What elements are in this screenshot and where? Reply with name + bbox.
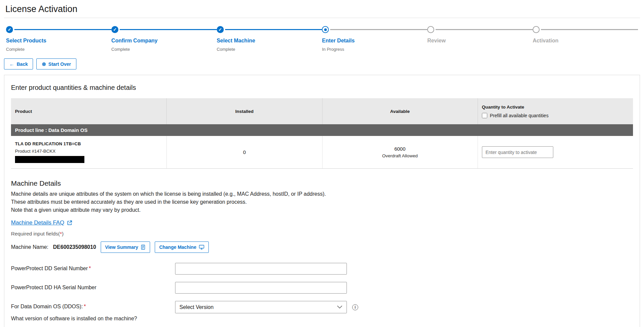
view-summary-button[interactable]: View Summary xyxy=(101,241,150,253)
ddos-version-selected-value: Select Version xyxy=(179,304,213,310)
step-select-products[interactable]: ✓ Select Products Complete xyxy=(6,26,111,52)
form-row-dd-ha-serial: PowerProtect DD HA Serial Number xyxy=(11,282,633,294)
stepper-line xyxy=(541,29,638,30)
step-status xyxy=(427,47,533,52)
product-number: Product #147-BCKX xyxy=(15,149,162,154)
quantity-header-label: Quantity to Activate xyxy=(482,105,629,110)
step-status: Complete xyxy=(111,47,217,52)
info-wrap: i xyxy=(352,301,358,313)
info-icon[interactable]: i xyxy=(352,304,358,310)
step-status: Complete xyxy=(217,47,322,52)
change-machine-button[interactable]: Change Machine xyxy=(155,241,208,253)
field-label-col: PowerProtect DD HA Serial Number xyxy=(11,282,175,291)
step-marker xyxy=(533,26,638,33)
check-icon: ✓ xyxy=(8,27,11,32)
machine-monitor-icon xyxy=(199,244,204,250)
step-marker: ✓ xyxy=(6,26,111,33)
external-link-icon xyxy=(67,220,72,226)
step-upcoming-icon xyxy=(427,26,434,33)
step-select-machine[interactable]: ✓ Select Machine Complete xyxy=(217,26,322,52)
step-marker: ✓ xyxy=(217,26,322,33)
check-icon: ✓ xyxy=(113,27,117,32)
col-header-product: Product xyxy=(11,98,166,124)
machine-name-label: Machine Name: xyxy=(11,244,48,250)
document-icon xyxy=(140,244,146,250)
dd-ha-serial-input[interactable] xyxy=(175,282,347,294)
prefill-label: Prefill all available quantities xyxy=(490,113,549,118)
installed-value: 0 xyxy=(166,136,322,168)
stepper-line xyxy=(14,29,111,30)
step-upcoming-icon xyxy=(533,26,540,33)
ddos-version-select[interactable]: Select Version xyxy=(175,301,347,313)
step-current-icon xyxy=(322,26,329,33)
machine-details-description: Machine details are unique attributes of… xyxy=(11,190,633,214)
quantity-cell xyxy=(478,136,633,168)
enter-details-panel: Enter product quantities & machine detai… xyxy=(4,75,640,327)
required-asterisk: * xyxy=(89,266,91,271)
step-label: Select Products xyxy=(6,38,111,44)
page-title: License Activation xyxy=(5,4,639,14)
available-cell: 6000 Overdraft Allowed xyxy=(322,136,478,168)
view-summary-label: View Summary xyxy=(105,245,138,250)
product-cell: TLA DD REPLICATION 1TB=CB Product #147-B… xyxy=(11,136,166,168)
license-activation-page: License Activation ✓ Select Products Com… xyxy=(0,0,644,327)
available-value: 6000 xyxy=(394,146,405,152)
field-label-col: For Data Domain OS (DDOS):* What version… xyxy=(11,301,175,322)
section-title: Enter product quantities & machine detai… xyxy=(11,84,633,92)
ddos-version-hint: What version of software is installed on… xyxy=(11,316,175,322)
form-row-ddos-version: For Data Domain OS (DDOS):* What version… xyxy=(11,301,633,322)
machine-details-line: Note that a given unique attribute may v… xyxy=(11,206,633,214)
title-bar: License Activation xyxy=(4,0,640,18)
back-button[interactable]: ← Back xyxy=(4,58,33,69)
step-label: Select Machine xyxy=(217,38,322,44)
step-status xyxy=(533,47,638,52)
product-table: Product Installed Available Quantity to … xyxy=(11,98,633,169)
machine-details-faq-link[interactable]: Machine Details FAQ xyxy=(11,219,72,226)
step-complete-icon: ✓ xyxy=(111,26,118,33)
stepper-line xyxy=(120,29,217,30)
step-complete-icon: ✓ xyxy=(217,26,224,33)
machine-name-row: Machine Name: DE600235098010 View Summar… xyxy=(11,241,633,253)
product-row: TLA DD REPLICATION 1TB=CB Product #147-B… xyxy=(11,136,633,169)
change-machine-label: Change Machine xyxy=(159,245,196,250)
step-confirm-company[interactable]: ✓ Confirm Company Complete xyxy=(111,26,217,52)
step-label: Enter Details xyxy=(322,38,427,44)
start-over-button-label: Start Over xyxy=(48,62,71,66)
col-header-available: Available xyxy=(322,98,478,124)
step-status: In Progress xyxy=(322,47,427,52)
quantity-input[interactable] xyxy=(482,146,553,158)
current-step-dot xyxy=(324,28,327,31)
step-marker xyxy=(322,26,427,33)
stepper-line xyxy=(225,29,322,30)
prefill-checkbox[interactable] xyxy=(482,113,487,118)
prefill-option[interactable]: Prefill all available quantities xyxy=(482,113,629,118)
overdraft-note: Overdraft Allowed xyxy=(382,153,418,158)
machine-details-form: PowerProtect DD Serial Number* PowerProt… xyxy=(11,263,633,327)
step-review[interactable]: Review xyxy=(427,26,533,52)
machine-details-title: Machine Details xyxy=(11,179,633,187)
step-activation[interactable]: Activation xyxy=(533,26,638,52)
dd-serial-input[interactable] xyxy=(175,263,347,275)
machine-name-value: DE600235098010 xyxy=(53,244,96,250)
product-name: TLA DD REPLICATION 1TB=CB xyxy=(15,141,162,146)
step-marker xyxy=(427,26,533,33)
dd-ha-serial-label: PowerProtect DD HA Serial Number xyxy=(11,285,96,290)
field-label-col: PowerProtect DD Serial Number* xyxy=(11,263,175,272)
product-line-row: Product line : Data Domain OS xyxy=(11,124,633,136)
step-label: Review xyxy=(427,38,533,44)
faq-link-label: Machine Details FAQ xyxy=(11,219,64,226)
stepper: ✓ Select Products Complete ✓ Confirm Com… xyxy=(4,26,640,52)
step-complete-icon: ✓ xyxy=(6,26,13,33)
required-note-close: ) xyxy=(62,231,64,236)
required-fields-note: Required input fields(*) xyxy=(11,231,633,237)
start-over-button[interactable]: ⊗ Start Over xyxy=(36,58,76,69)
required-note-text: Required input fields( xyxy=(11,231,60,236)
step-enter-details[interactable]: Enter Details In Progress xyxy=(322,26,427,52)
start-over-icon: ⊗ xyxy=(42,61,46,66)
dd-serial-label: PowerProtect DD Serial Number xyxy=(11,266,88,271)
chevron-down-icon xyxy=(337,305,343,309)
col-header-quantity: Quantity to Activate Prefill all availab… xyxy=(478,98,633,124)
stepper-line xyxy=(436,29,533,30)
step-marker: ✓ xyxy=(111,26,217,33)
step-label: Confirm Company xyxy=(111,38,217,44)
